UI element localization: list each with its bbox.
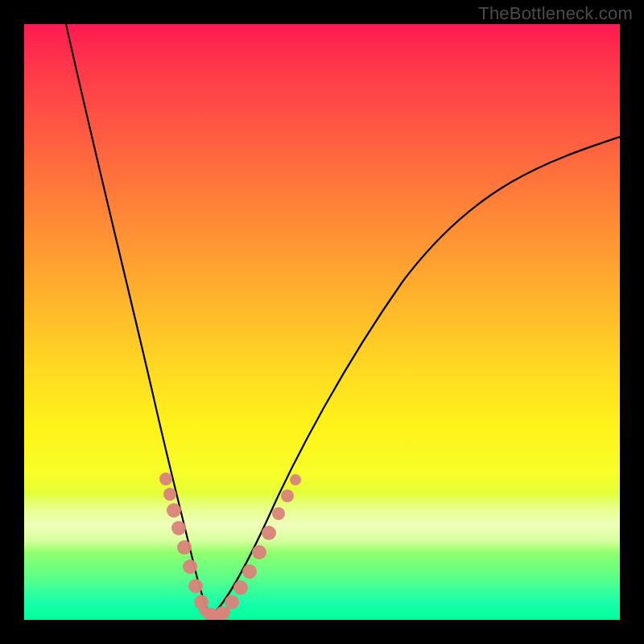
marker-dot <box>188 579 203 593</box>
marker-dot <box>177 540 192 555</box>
watermark-text: TheBottleneck.com <box>478 3 633 24</box>
chart-frame: TheBottleneck.com <box>0 0 644 644</box>
left-curve <box>66 24 211 616</box>
marker-dot <box>167 503 181 518</box>
marker-dot <box>272 507 285 520</box>
marker-dot <box>233 580 248 595</box>
right-curve <box>211 137 620 616</box>
marker-dot <box>225 595 239 609</box>
plot-area <box>24 24 620 620</box>
marker-dot <box>183 559 197 574</box>
marker-dot <box>281 489 294 502</box>
marker-dot <box>252 545 266 559</box>
marker-dot <box>171 521 186 535</box>
marker-dot <box>242 564 257 579</box>
marker-dot <box>290 474 301 485</box>
curves-svg <box>24 24 620 620</box>
marker-dot <box>262 526 276 540</box>
marker-dot <box>163 488 176 501</box>
marker-dot <box>159 473 172 485</box>
